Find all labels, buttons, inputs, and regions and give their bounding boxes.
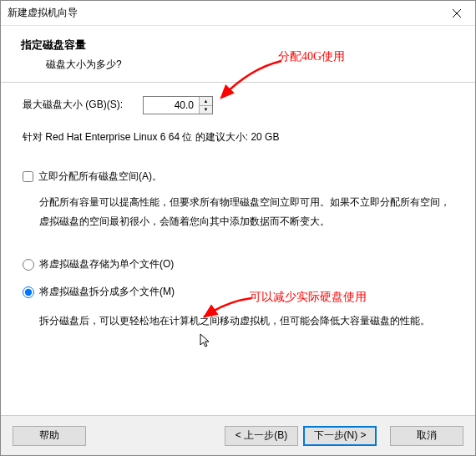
- page-subtitle: 磁盘大小为多少?: [46, 58, 458, 72]
- back-button[interactable]: < 上一步(B): [225, 426, 298, 446]
- disk-size-input[interactable]: [144, 97, 199, 114]
- spinner-buttons: ▲ ▼: [199, 97, 212, 114]
- allocate-now-explain: 分配所有容量可以提高性能，但要求所有物理磁盘空间立即可用。如果不立即分配所有空间…: [39, 193, 453, 231]
- help-button[interactable]: 帮助: [13, 426, 86, 446]
- close-button[interactable]: [438, 1, 475, 26]
- radio-split-file[interactable]: [23, 286, 34, 298]
- split-file-explain: 拆分磁盘后，可以更轻松地在计算机之间移动虚拟机，但可能会降低大容量磁盘的性能。: [39, 312, 453, 331]
- disk-size-label: 最大磁盘大小 (GB)(S):: [23, 97, 123, 113]
- disk-size-row: 最大磁盘大小 (GB)(S): ▲ ▼: [23, 96, 453, 114]
- wizard-footer: 帮助 < 上一步(B) 下一步(N) > 取消: [1, 415, 475, 455]
- wizard-header: 指定磁盘容量 磁盘大小为多少?: [1, 26, 475, 83]
- allocate-now-checkbox[interactable]: [23, 171, 33, 182]
- recommended-size-text: 针对 Red Hat Enterprise Linux 6 64 位 的建议大小…: [23, 129, 453, 145]
- window-title: 新建虚拟机向导: [8, 6, 78, 20]
- disk-size-spinner[interactable]: ▲ ▼: [143, 96, 213, 114]
- close-icon: [453, 9, 461, 18]
- page-title: 指定磁盘容量: [21, 38, 458, 53]
- cursor-icon: [200, 333, 211, 355]
- next-button[interactable]: 下一步(N) >: [303, 426, 377, 446]
- radio-split-file-label: 将虚拟磁盘拆分成多个文件(M): [39, 284, 175, 300]
- wizard-window: 新建虚拟机向导 指定磁盘容量 磁盘大小为多少? 最大磁盘大小 (GB)(S): …: [0, 0, 476, 456]
- allocate-now-label: 立即分配所有磁盘空间(A)。: [38, 169, 162, 185]
- cancel-button[interactable]: 取消: [390, 426, 463, 446]
- allocate-now-checkbox-row[interactable]: 立即分配所有磁盘空间(A)。: [23, 169, 453, 185]
- radio-single-file-label: 将虚拟磁盘存储为单个文件(O): [39, 256, 174, 272]
- radio-split-file-row[interactable]: 将虚拟磁盘拆分成多个文件(M): [23, 284, 453, 300]
- spinner-up-button[interactable]: ▲: [200, 97, 212, 106]
- radio-single-file-row[interactable]: 将虚拟磁盘存储为单个文件(O): [23, 256, 453, 272]
- wizard-body: 最大磁盘大小 (GB)(S): ▲ ▼ 针对 Red Hat Enterpris…: [1, 83, 475, 415]
- radio-single-file[interactable]: [23, 259, 34, 271]
- titlebar: 新建虚拟机向导: [1, 1, 475, 26]
- disk-file-radio-group: 将虚拟磁盘存储为单个文件(O) 将虚拟磁盘拆分成多个文件(M) 拆分磁盘后，可以…: [23, 256, 453, 331]
- spinner-down-button[interactable]: ▼: [200, 106, 212, 114]
